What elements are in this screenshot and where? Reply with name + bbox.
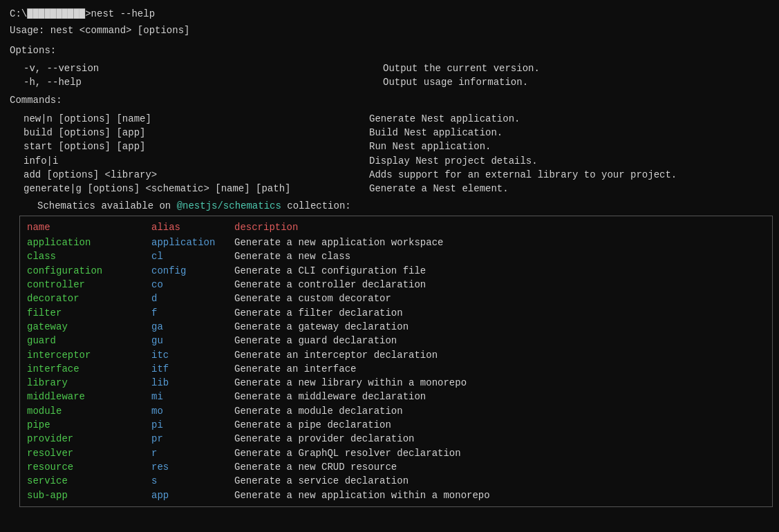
row-name-resolver: resolver bbox=[27, 446, 151, 460]
row-desc-guard: Generate a guard declaration bbox=[234, 334, 765, 348]
row-name-guard: guard bbox=[27, 334, 151, 348]
table-row: interface itf Generate an interface bbox=[27, 362, 765, 376]
row-name-controller: controller bbox=[27, 278, 151, 292]
cmd-generate-left: generate|g [options] <schematic> [name] … bbox=[10, 182, 369, 196]
cmd-start-left: start [options] [app] bbox=[10, 140, 369, 153]
cmd-info-left: info|i bbox=[10, 154, 369, 168]
row-desc-interface: Generate an interface bbox=[234, 362, 765, 376]
row-name-library: library bbox=[27, 376, 151, 390]
table-row: resource res Generate a new CRUD resourc… bbox=[27, 460, 765, 474]
cmd-start-row: start [options] [app] Run Nest applicati… bbox=[10, 140, 769, 153]
row-desc-class: Generate a new class bbox=[234, 249, 765, 263]
row-alias-interface: itf bbox=[151, 362, 234, 376]
row-desc-configuration: Generate a CLI configuration file bbox=[234, 264, 765, 278]
row-alias-resource: res bbox=[151, 460, 234, 474]
row-alias-middleware: mi bbox=[151, 390, 234, 403]
col-header-name: name bbox=[27, 220, 151, 234]
row-desc-interceptor: Generate an interceptor declaration bbox=[234, 348, 765, 362]
schematics-package: @nestjs/schematics bbox=[177, 200, 281, 211]
row-alias-filter: f bbox=[151, 306, 234, 320]
row-alias-guard: gu bbox=[151, 334, 234, 348]
row-desc-gateway: Generate a gateway declaration bbox=[234, 320, 765, 334]
schematics-suffix: collection: bbox=[281, 200, 351, 211]
schematics-table: name alias description application appli… bbox=[19, 216, 773, 507]
row-alias-subapp: app bbox=[151, 488, 234, 502]
row-desc-module: Generate a module declaration bbox=[234, 404, 765, 418]
table-row: module mo Generate a module declaration bbox=[27, 404, 765, 418]
row-name-middleware: middleware bbox=[27, 390, 151, 403]
cmd-add-right: Adds support for an external library to … bbox=[369, 168, 769, 182]
row-alias-pipe: pi bbox=[151, 418, 234, 432]
table-row: application application Generate a new a… bbox=[27, 236, 765, 249]
row-name-application: application bbox=[27, 236, 151, 249]
cmd-add-row: add [options] <library> Adds support for… bbox=[10, 168, 769, 182]
row-name-module: module bbox=[27, 404, 151, 418]
table-header-row: name alias description bbox=[27, 220, 765, 234]
row-name-service: service bbox=[27, 474, 151, 488]
table-row: sub-app app Generate a new application w… bbox=[27, 488, 765, 502]
option-version-flag: -v, --version bbox=[24, 61, 383, 75]
commands-header: Commands: bbox=[10, 93, 769, 107]
col-header-alias: alias bbox=[151, 220, 234, 234]
row-alias-provider: pr bbox=[151, 432, 234, 446]
cmd-generate-right: Generate a Nest element. bbox=[369, 182, 769, 196]
table-row: resolver r Generate a GraphQL resolver d… bbox=[27, 446, 765, 460]
cmd-generate-row: generate|g [options] <schematic> [name] … bbox=[10, 182, 769, 196]
row-desc-middleware: Generate a middleware declaration bbox=[234, 390, 765, 403]
option-help-desc: Output usage information. bbox=[383, 75, 769, 89]
table-row: library lib Generate a new library withi… bbox=[27, 376, 765, 390]
schematics-label-line: Schematics available on @nestjs/schemati… bbox=[10, 199, 769, 213]
row-desc-library: Generate a new library within a monorepo bbox=[234, 376, 765, 390]
table-row: pipe pi Generate a pipe declaration bbox=[27, 418, 765, 432]
row-name-decorator: decorator bbox=[27, 292, 151, 305]
options-list: -v, --version Output the current version… bbox=[10, 61, 769, 90]
row-desc-application: Generate a new application workspace bbox=[234, 236, 765, 249]
cmd-info-row: info|i Display Nest project details. bbox=[10, 154, 769, 168]
row-desc-resolver: Generate a GraphQL resolver declaration bbox=[234, 446, 765, 460]
row-alias-controller: co bbox=[151, 278, 234, 292]
row-alias-gateway: ga bbox=[151, 320, 234, 334]
row-name-subapp: sub-app bbox=[27, 488, 151, 502]
row-alias-service: s bbox=[151, 474, 234, 488]
terminal-window: C:\██████████>nest --help Usage: nest <c… bbox=[10, 7, 769, 507]
row-name-class: class bbox=[27, 249, 151, 263]
cmd-build-left: build [options] [app] bbox=[10, 126, 369, 140]
row-desc-subapp: Generate a new application within a mono… bbox=[234, 488, 765, 502]
row-alias-module: mo bbox=[151, 404, 234, 418]
row-alias-class: cl bbox=[151, 249, 234, 263]
cmd-build-right: Build Nest application. bbox=[369, 126, 769, 140]
cmd-new-right: Generate Nest application. bbox=[369, 112, 769, 126]
row-alias-configuration: config bbox=[151, 264, 234, 278]
row-name-filter: filter bbox=[27, 306, 151, 320]
prompt-text: C:\██████████>nest --help bbox=[10, 8, 155, 19]
cmd-info-right: Display Nest project details. bbox=[369, 154, 769, 168]
option-version-desc: Output the current version. bbox=[383, 61, 769, 75]
table-row: service s Generate a service declaration bbox=[27, 474, 765, 488]
table-row: interceptor itc Generate an interceptor … bbox=[27, 348, 765, 362]
prompt-line: C:\██████████>nest --help bbox=[10, 7, 769, 21]
row-name-pipe: pipe bbox=[27, 418, 151, 432]
col-header-desc: description bbox=[234, 220, 765, 234]
table-row: guard gu Generate a guard declaration bbox=[27, 334, 765, 348]
usage-line: Usage: nest <command> [options] bbox=[10, 23, 769, 37]
table-row: filter f Generate a filter declaration bbox=[27, 306, 765, 320]
table-row: gateway ga Generate a gateway declaratio… bbox=[27, 320, 765, 334]
cmd-new-row: new|n [options] [name] Generate Nest app… bbox=[10, 112, 769, 126]
table-row: controller co Generate a controller decl… bbox=[27, 278, 765, 292]
row-desc-controller: Generate a controller declaration bbox=[234, 278, 765, 292]
cmd-add-left: add [options] <library> bbox=[10, 168, 369, 182]
option-help-flag: -h, --help bbox=[24, 75, 383, 89]
row-name-interface: interface bbox=[27, 362, 151, 376]
row-desc-pipe: Generate a pipe declaration bbox=[234, 418, 765, 432]
option-help-row: -h, --help Output usage information. bbox=[10, 75, 769, 89]
row-alias-application: application bbox=[151, 236, 234, 249]
table-row: decorator d Generate a custom decorator bbox=[27, 292, 765, 305]
row-desc-provider: Generate a provider declaration bbox=[234, 432, 765, 446]
usage-text: Usage: nest <command> [options] bbox=[10, 25, 189, 36]
row-alias-resolver: r bbox=[151, 446, 234, 460]
row-alias-interceptor: itc bbox=[151, 348, 234, 362]
row-name-provider: provider bbox=[27, 432, 151, 446]
row-name-gateway: gateway bbox=[27, 320, 151, 334]
row-alias-decorator: d bbox=[151, 292, 234, 305]
row-name-interceptor: interceptor bbox=[27, 348, 151, 362]
